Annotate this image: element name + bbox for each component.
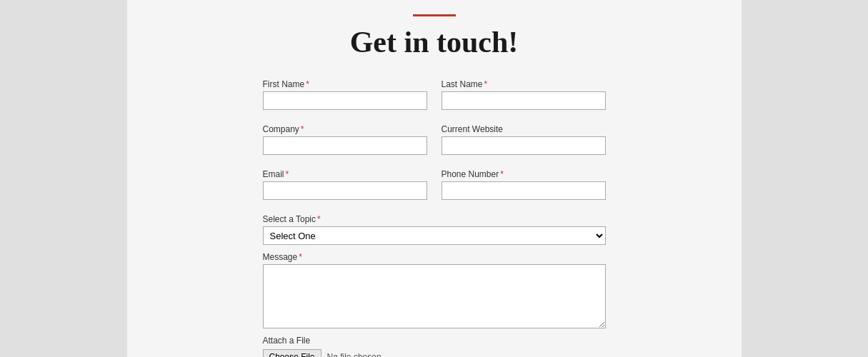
company-group: Company* <box>263 124 427 155</box>
current-website-input[interactable] <box>442 136 606 155</box>
page-wrapper: Get in touch! First Name* Last Name* Com… <box>127 0 742 357</box>
email-group: Email* <box>263 169 427 200</box>
current-website-group: Current Website <box>442 124 606 155</box>
last-name-required: * <box>484 79 488 89</box>
attach-file-label: Attach a File <box>263 336 606 346</box>
message-label: Message* <box>263 252 606 262</box>
topic-required: * <box>317 214 321 224</box>
email-input[interactable] <box>263 181 427 200</box>
topic-select[interactable]: Select One General Inquiry Support Sales… <box>263 226 606 245</box>
last-name-input[interactable] <box>442 91 606 110</box>
first-name-label: First Name* <box>263 79 427 89</box>
file-input-row: Choose File No file chosen <box>263 349 606 357</box>
email-phone-row: Email* Phone Number* <box>263 169 606 207</box>
company-required: * <box>301 124 304 134</box>
phone-number-label: Phone Number* <box>442 169 606 179</box>
company-website-row: Company* Current Website <box>263 124 606 162</box>
choose-file-button[interactable]: Choose File <box>263 349 321 357</box>
decorative-line <box>413 14 456 16</box>
last-name-group: Last Name* <box>442 79 606 110</box>
message-textarea[interactable] <box>263 264 606 328</box>
email-required: * <box>286 169 289 179</box>
page-title: Get in touch! <box>350 25 519 59</box>
message-group: Message* <box>263 252 606 328</box>
first-name-required: * <box>306 79 309 89</box>
contact-form: First Name* Last Name* Company* <box>263 79 606 357</box>
topic-label: Select a Topic* <box>263 214 606 224</box>
message-required: * <box>299 252 302 262</box>
last-name-label: Last Name* <box>442 79 606 89</box>
first-name-group: First Name* <box>263 79 427 110</box>
topic-group: Select a Topic* Select One General Inqui… <box>263 214 606 245</box>
phone-required: * <box>500 169 504 179</box>
phone-number-input[interactable] <box>442 181 606 200</box>
first-name-input[interactable] <box>263 91 427 110</box>
no-file-chosen-text: No file chosen <box>327 352 381 357</box>
email-label: Email* <box>263 169 427 179</box>
current-website-label: Current Website <box>442 124 606 134</box>
phone-number-group: Phone Number* <box>442 169 606 200</box>
attach-file-section: Attach a File Choose File No file chosen <box>263 336 606 357</box>
company-label: Company* <box>263 124 427 134</box>
company-input[interactable] <box>263 136 427 155</box>
name-row: First Name* Last Name* <box>263 79 606 117</box>
